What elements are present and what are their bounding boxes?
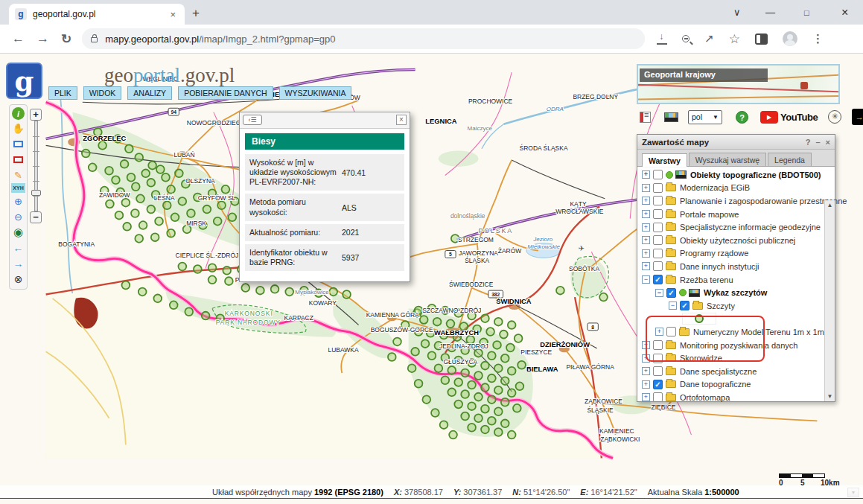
layer-label[interactable]: Dane innych instytucji bbox=[680, 262, 759, 271]
peak-marker[interactable] bbox=[599, 293, 608, 302]
tab-legenda[interactable]: Legenda bbox=[768, 153, 812, 166]
peak-marker[interactable] bbox=[203, 205, 211, 214]
peak-marker[interactable] bbox=[441, 376, 449, 384]
expander-icon[interactable]: + bbox=[642, 380, 650, 389]
menu-item-plik[interactable]: PLIK bbox=[48, 86, 77, 100]
profile-avatar[interactable] bbox=[783, 31, 797, 46]
layer-checkbox[interactable] bbox=[653, 366, 663, 376]
accessibility-icon[interactable]: ✳ bbox=[828, 110, 841, 124]
peak-marker[interactable] bbox=[155, 217, 163, 226]
peak-marker[interactable] bbox=[121, 160, 129, 168]
layer-checkbox[interactable] bbox=[653, 235, 663, 245]
layer-checkbox[interactable] bbox=[653, 223, 663, 232]
layer-label[interactable]: Monitoring pozyskiwania danych bbox=[680, 341, 797, 350]
layer-label[interactable]: Wykaz szczytów bbox=[704, 288, 767, 297]
peak-marker[interactable] bbox=[202, 312, 210, 320]
peak-marker[interactable] bbox=[411, 348, 419, 356]
expander-icon[interactable]: + bbox=[642, 393, 650, 401]
peak-marker[interactable] bbox=[508, 431, 516, 439]
peak-marker[interactable] bbox=[187, 209, 195, 217]
expander-icon[interactable]: + bbox=[642, 249, 650, 258]
expander-icon[interactable]: − bbox=[642, 275, 650, 284]
tab-wyszukaj-warstwę[interactable]: Wyszukaj warstwę bbox=[689, 153, 766, 166]
peak-marker[interactable] bbox=[448, 366, 456, 374]
layer-label[interactable]: Ortofotomapa bbox=[680, 393, 730, 402]
panel-minimize-icon[interactable]: – bbox=[815, 138, 820, 147]
peak-marker[interactable] bbox=[343, 290, 351, 299]
peak-marker[interactable] bbox=[122, 281, 130, 290]
peak-marker[interactable] bbox=[122, 199, 130, 207]
previous-view-tool-icon[interactable]: ← bbox=[10, 240, 26, 255]
share-icon[interactable]: ↗ bbox=[704, 32, 714, 45]
zoom-out-tool-icon[interactable]: ⊖ bbox=[10, 209, 26, 224]
peak-marker[interactable] bbox=[138, 288, 147, 296]
peak-marker[interactable] bbox=[194, 265, 202, 273]
menu-item-analizy[interactable]: ANALIZY bbox=[127, 86, 172, 100]
peak-marker[interactable] bbox=[501, 398, 509, 406]
peak-marker[interactable] bbox=[225, 277, 233, 285]
peak-marker[interactable] bbox=[421, 339, 430, 348]
peak-marker[interactable] bbox=[156, 165, 165, 173]
peak-marker[interactable] bbox=[433, 318, 442, 326]
window-close-icon[interactable]: × bbox=[841, 0, 848, 25]
peak-marker[interactable] bbox=[474, 393, 483, 401]
expander-icon[interactable]: + bbox=[655, 328, 663, 336]
peak-marker[interactable] bbox=[435, 364, 443, 372]
side-panel-icon[interactable] bbox=[755, 34, 768, 45]
peak-marker[interactable] bbox=[468, 402, 476, 410]
layer-label[interactable]: Szczyty bbox=[707, 302, 735, 310]
panel-scrollbar[interactable]: ▲ ▼ bbox=[824, 200, 835, 401]
peak-marker[interactable] bbox=[175, 169, 183, 177]
peak-marker[interactable] bbox=[508, 321, 516, 329]
peak-marker[interactable] bbox=[217, 201, 226, 209]
peak-marker[interactable] bbox=[481, 362, 489, 370]
layer-checkbox[interactable] bbox=[653, 196, 663, 205]
layer-row[interactable]: +Skorowidze bbox=[637, 351, 824, 365]
bookmark-star-icon[interactable]: ☆ bbox=[729, 31, 740, 47]
layer-checkbox[interactable] bbox=[653, 170, 663, 179]
layer-label[interactable]: Programy rządowe bbox=[680, 249, 748, 258]
peak-marker[interactable] bbox=[461, 412, 469, 421]
layer-row[interactable]: +Programy rządowe bbox=[637, 247, 824, 261]
peak-marker[interactable] bbox=[440, 421, 448, 429]
language-select[interactable]: pol▼ bbox=[688, 110, 722, 124]
results-list-icon[interactable]: ‹☰ bbox=[243, 115, 262, 125]
layer-checkbox[interactable]: ✓ bbox=[666, 288, 676, 298]
peak-marker[interactable] bbox=[131, 209, 139, 217]
peak-marker[interactable] bbox=[147, 205, 155, 214]
layer-checkbox[interactable] bbox=[653, 340, 663, 350]
peak-marker[interactable] bbox=[494, 407, 503, 415]
high-contrast-toggle[interactable]: → bbox=[852, 109, 863, 125]
tab-warstwy[interactable]: Warstwy bbox=[642, 153, 687, 167]
identify-tool-icon[interactable]: i bbox=[12, 107, 25, 120]
peak-marker[interactable] bbox=[222, 185, 230, 194]
peak-marker[interactable] bbox=[135, 235, 143, 243]
help-icon[interactable]: ? bbox=[736, 111, 748, 124]
layer-checkbox[interactable] bbox=[653, 392, 663, 402]
peak-marker[interactable] bbox=[474, 349, 483, 357]
peak-marker[interactable] bbox=[488, 417, 496, 425]
clear-tool-icon[interactable]: ⊗ bbox=[10, 272, 26, 287]
draw-tool-icon[interactable]: ✎ bbox=[10, 168, 26, 182]
peak-marker[interactable] bbox=[468, 381, 476, 389]
menu-item-wyszukiwania[interactable]: WYSZUKIWANIA bbox=[279, 86, 352, 100]
back-icon[interactable]: ← bbox=[12, 31, 25, 46]
layer-checkbox[interactable] bbox=[653, 354, 663, 363]
peak-marker[interactable] bbox=[481, 426, 489, 434]
peak-marker[interactable] bbox=[474, 414, 483, 422]
peak-marker[interactable] bbox=[148, 162, 156, 170]
coordinates-xyh-tool-icon[interactable]: XYH bbox=[11, 183, 25, 193]
peak-marker[interactable] bbox=[488, 351, 496, 360]
youtube-button[interactable]: ▶YouTube bbox=[760, 111, 818, 124]
layer-checkbox[interactable] bbox=[653, 249, 663, 258]
peak-marker[interactable] bbox=[422, 395, 430, 403]
overview-map[interactable]: Geoportal krajowy bbox=[637, 64, 840, 104]
menu-item-pobieranie-danych[interactable]: POBIERANIE DANYCH bbox=[178, 86, 273, 100]
scroll-up-icon[interactable]: ▲ bbox=[826, 201, 834, 209]
peak-marker[interactable] bbox=[223, 267, 231, 275]
peak-marker[interactable] bbox=[170, 301, 178, 309]
peak-marker[interactable] bbox=[449, 431, 457, 439]
zoom-in-tool-icon[interactable]: ⊕ bbox=[10, 194, 26, 208]
peak-marker[interactable] bbox=[208, 275, 217, 284]
peak-marker[interactable] bbox=[518, 361, 526, 369]
